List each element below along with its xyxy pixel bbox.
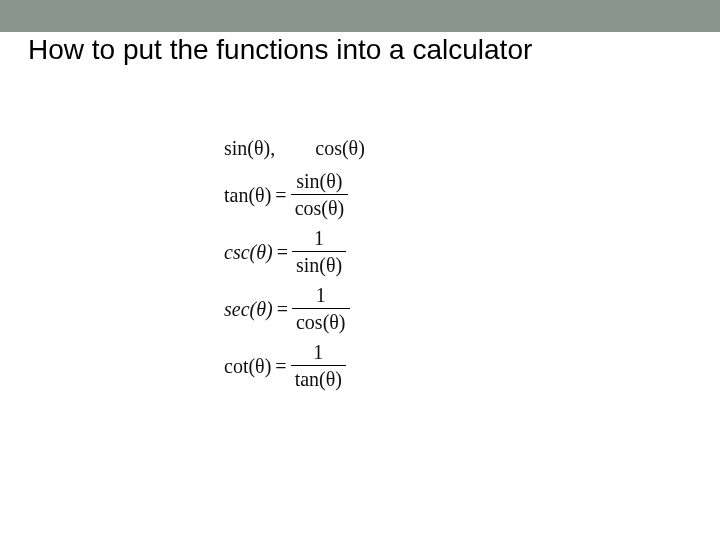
- sec-num: 1: [312, 284, 330, 306]
- comma: ,: [270, 138, 275, 158]
- equals-sign: =: [273, 299, 292, 319]
- cos-theta: cos(θ): [315, 138, 365, 158]
- cot-num: 1: [309, 341, 327, 363]
- tan-den: cos(θ): [291, 197, 349, 219]
- sin-theta: sin(θ): [224, 138, 270, 158]
- cot-lhs: cot(θ): [224, 356, 271, 376]
- top-bar: [0, 0, 720, 32]
- cot-den: tan(θ): [291, 368, 346, 390]
- slide-title: How to put the functions into a calculat…: [28, 34, 532, 66]
- equals-sign: =: [271, 185, 290, 205]
- row-sin-cos: sin(θ), cos(θ): [224, 138, 504, 158]
- row-tan: tan(θ) = sin(θ) cos(θ): [224, 170, 504, 219]
- row-sec: sec(θ) = 1 cos(θ): [224, 284, 504, 333]
- sec-fraction: 1 cos(θ): [292, 284, 350, 333]
- row-csc: csc(θ) = 1 sin(θ): [224, 227, 504, 276]
- sec-lhs: sec(θ): [224, 299, 273, 319]
- row-cot: cot(θ) = 1 tan(θ): [224, 341, 504, 390]
- sec-den: cos(θ): [292, 311, 350, 333]
- equals-sign: =: [273, 242, 292, 262]
- csc-den: sin(θ): [292, 254, 346, 276]
- csc-fraction: 1 sin(θ): [292, 227, 346, 276]
- tan-lhs: tan(θ): [224, 185, 271, 205]
- equals-sign: =: [271, 356, 290, 376]
- tan-fraction: sin(θ) cos(θ): [291, 170, 349, 219]
- cot-fraction: 1 tan(θ): [291, 341, 346, 390]
- csc-lhs: csc(θ): [224, 242, 273, 262]
- csc-num: 1: [310, 227, 328, 249]
- tan-num: sin(θ): [292, 170, 346, 192]
- formula-block: sin(θ), cos(θ) tan(θ) = sin(θ) cos(θ) cs…: [224, 130, 504, 398]
